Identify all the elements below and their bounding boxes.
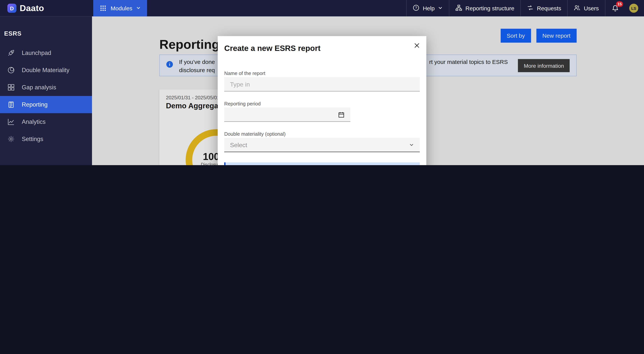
rocket-icon xyxy=(8,49,15,57)
sidebar-item-label: Double Materiality xyxy=(22,67,70,73)
reporting-period-input[interactable] xyxy=(224,107,350,122)
sidebar-item-reporting[interactable]: Reporting xyxy=(0,96,92,113)
sidebar-item-label: Launchpad xyxy=(22,50,51,56)
name-field-label: Name of the report xyxy=(224,71,265,76)
top-navigation-bar: D Daato Modules ? Help xyxy=(0,0,644,16)
users-link[interactable]: Users xyxy=(567,0,605,16)
sidebar-section-title: ESRS xyxy=(0,16,92,44)
sidebar-item-label: Reporting xyxy=(22,101,48,108)
requests-link[interactable]: Requests xyxy=(520,0,568,16)
notification-count-badge: 15 xyxy=(616,1,623,7)
sidebar-item-settings[interactable]: Settings xyxy=(0,130,92,148)
chevron-down-icon xyxy=(136,5,141,11)
clipboard-icon xyxy=(8,101,15,108)
notifications-button[interactable]: 15 xyxy=(605,0,625,16)
top-right-nav: ? Help Reporting structure Requests xyxy=(406,0,644,16)
sidebar-item-gap-analysis[interactable]: Gap analysis xyxy=(0,79,92,96)
sidebar-item-label: Analytics xyxy=(22,118,46,125)
double-materiality-select[interactable]: Select xyxy=(224,138,420,152)
logo-text: Daato xyxy=(20,3,44,13)
modules-button[interactable]: Modules xyxy=(93,0,147,16)
sidebar: ESRS Launchpad Double Materiality Gap an… xyxy=(0,16,92,165)
daato-logo-icon: D xyxy=(8,4,16,13)
apps-grid-icon xyxy=(100,4,107,12)
bell-icon: 15 xyxy=(612,4,619,12)
double-circle-icon xyxy=(8,66,15,74)
create-report-modal: Create a new ESRS report Name of the rep… xyxy=(218,36,426,165)
sidebar-item-label: Gap analysis xyxy=(22,84,56,91)
chevron-down-icon xyxy=(409,141,414,148)
sidebar-item-launchpad[interactable]: Launchpad xyxy=(0,44,92,61)
chevron-down-icon xyxy=(438,5,443,11)
svg-text:?: ? xyxy=(415,6,417,9)
calendar-icon[interactable] xyxy=(338,112,344,118)
hierarchy-icon xyxy=(456,4,462,12)
double-materiality-field-label: Double materiality (optional) xyxy=(224,131,286,137)
users-icon xyxy=(574,4,580,12)
reporting-structure-link[interactable]: Reporting structure xyxy=(449,0,520,16)
modal-title: Create a new ESRS report xyxy=(224,44,320,53)
users-label: Users xyxy=(584,5,599,11)
sidebar-item-analytics[interactable]: Analytics xyxy=(0,113,92,130)
help-label: Help xyxy=(423,5,435,11)
report-name-input[interactable] xyxy=(224,77,420,91)
modules-label: Modules xyxy=(110,5,132,11)
help-menu[interactable]: ? Help xyxy=(406,0,449,16)
line-chart-icon xyxy=(8,118,15,126)
requests-label: Requests xyxy=(537,5,561,11)
sidebar-item-double-materiality[interactable]: Double Materiality xyxy=(0,61,92,79)
sidebar-item-label: Settings xyxy=(22,136,43,142)
app-window: D Daato Modules ? Help xyxy=(0,0,644,165)
user-avatar[interactable]: LS xyxy=(629,4,638,13)
grid-icon xyxy=(8,84,15,91)
double-materiality-notice: Choosing double materiality This is not … xyxy=(224,163,420,165)
reporting-structure-label: Reporting structure xyxy=(465,5,514,11)
gear-icon xyxy=(8,135,15,143)
close-icon[interactable] xyxy=(412,41,421,50)
exchange-arrows-icon xyxy=(527,4,534,12)
period-field-label: Reporting period xyxy=(224,101,261,107)
help-icon: ? xyxy=(413,4,419,12)
select-value: Select xyxy=(230,141,247,148)
daato-logo[interactable]: D Daato xyxy=(0,3,44,13)
